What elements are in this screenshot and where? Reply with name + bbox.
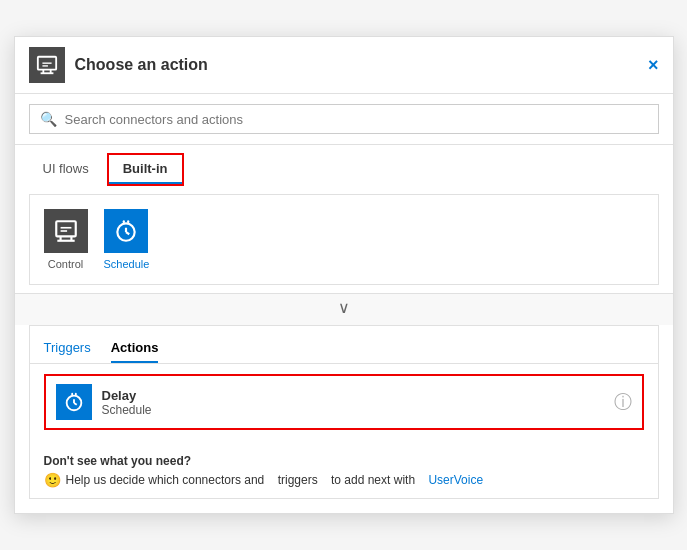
action-schedule-icon xyxy=(56,384,92,420)
dont-see-section: Don't see what you need? 🙂 Help us decid… xyxy=(30,448,658,498)
choose-action-dialog: Choose an action × 🔍 UI flows Built-in xyxy=(14,36,674,514)
tab-actions[interactable]: Actions xyxy=(111,334,159,363)
svg-line-19 xyxy=(74,403,77,405)
bottom-tabs: Triggers Actions xyxy=(30,326,658,364)
connector-control[interactable]: Control xyxy=(44,209,88,270)
svg-rect-6 xyxy=(56,221,76,236)
schedule-icon xyxy=(104,209,148,253)
help-text-part1: Help us decide which connectors and xyxy=(66,473,265,487)
help-row: 🙂 Help us decide which connectors and tr… xyxy=(44,472,644,488)
search-bar: 🔍 xyxy=(15,94,673,145)
svg-rect-15 xyxy=(123,220,125,223)
close-button[interactable]: × xyxy=(648,56,659,74)
search-wrapper: 🔍 xyxy=(29,104,659,134)
action-name: Delay xyxy=(102,388,152,403)
tab-built-in[interactable]: Built-in xyxy=(107,153,184,186)
search-input[interactable] xyxy=(65,112,648,127)
top-tabs: UI flows Built-in xyxy=(15,145,673,186)
dialog-title: Choose an action xyxy=(75,56,208,74)
bottom-section: Triggers Actions xyxy=(29,325,659,499)
action-connector: Schedule xyxy=(102,403,152,417)
info-icon: ⓘ xyxy=(614,390,632,414)
triggers-text: triggers xyxy=(278,473,318,487)
connector-schedule[interactable]: Schedule xyxy=(104,209,150,270)
to-add-text: to add next with xyxy=(331,473,415,487)
control-label: Control xyxy=(48,258,83,270)
chevron-row[interactable]: ∨ xyxy=(15,293,673,325)
smiley-icon: 🙂 xyxy=(44,472,61,488)
search-icon: 🔍 xyxy=(40,111,57,127)
uservoice-link[interactable]: UserVoice xyxy=(428,473,483,487)
svg-rect-16 xyxy=(128,220,130,223)
header-left: Choose an action xyxy=(29,47,208,83)
svg-line-14 xyxy=(126,232,129,234)
svg-rect-21 xyxy=(74,393,76,396)
svg-rect-20 xyxy=(71,393,73,396)
actions-list: Delay Schedule ⓘ xyxy=(30,364,658,448)
control-icon xyxy=(44,209,88,253)
tab-triggers[interactable]: Triggers xyxy=(44,334,91,363)
connectors-area: Control Schedule xyxy=(29,194,659,285)
action-item-left: Delay Schedule xyxy=(56,384,152,420)
action-delay-schedule[interactable]: Delay Schedule ⓘ xyxy=(44,374,644,430)
dont-see-heading: Don't see what you need? xyxy=(44,454,644,468)
action-text: Delay Schedule xyxy=(102,388,152,417)
chevron-down-icon: ∨ xyxy=(338,298,350,317)
tab-ui-flows[interactable]: UI flows xyxy=(29,153,103,186)
dialog-header: Choose an action × xyxy=(15,37,673,94)
dialog-header-icon xyxy=(29,47,65,83)
schedule-label: Schedule xyxy=(104,258,150,270)
